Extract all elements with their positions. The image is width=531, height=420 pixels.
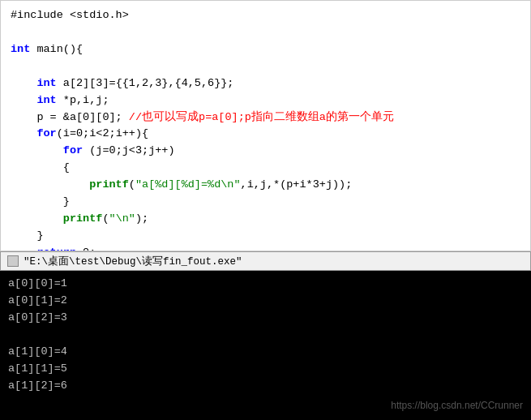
code-line-decl-a: int a[2][3]={{1,2,3},{4,5,6}}; <box>11 75 520 92</box>
code-editor: #include <stdio.h> int main(){ int a[2][… <box>0 0 531 251</box>
code-line-printf2: printf("\n"); <box>11 211 520 228</box>
console-line-6: a[1][2]=6 <box>8 378 523 395</box>
console-line-1: a[0][0]=1 <box>8 276 523 293</box>
console-line-4: a[1][0]=4 <box>8 344 523 361</box>
console-title-text: "E:\桌面\test\Debug\读写fin_fout.exe" <box>24 255 242 268</box>
code-line-for2: for (j=0;j<3;j++) <box>11 143 520 160</box>
console-output: a[0][0]=1 a[0][1]=2 a[0][2]=3 a[1][0]=4 … <box>0 271 531 420</box>
code-line-brace1: { <box>11 160 520 177</box>
code-line-blank2 <box>11 58 520 75</box>
console-line-blank <box>8 327 523 344</box>
code-line-decl-pi: int *p,i,j; <box>11 92 520 109</box>
code-line-main: int main(){ <box>11 41 520 58</box>
code-line-brace2: } <box>11 194 520 211</box>
console-line-5: a[1][1]=5 <box>8 361 523 378</box>
code-line-for1: for(i=0;i<2;i++){ <box>11 126 520 143</box>
code-line-include: #include <stdio.h> <box>11 7 520 24</box>
code-line-blank1 <box>11 24 520 41</box>
console-line-2: a[0][1]=2 <box>8 293 523 310</box>
console-title-bar: "E:\桌面\test\Debug\读写fin_fout.exe" <box>0 251 531 271</box>
code-line-return: return 0; <box>11 245 520 251</box>
watermark: https://blog.csdn.net/CCrunner <box>391 398 523 414</box>
console-icon <box>7 255 19 267</box>
code-line-printf1: printf("a[%d][%d]=%d\n",i,j,*(p+i*3+j)); <box>11 177 520 194</box>
console-line-3: a[0][2]=3 <box>8 310 523 327</box>
code-line-brace3: } <box>11 228 520 245</box>
code-line-decl-p: p = &a[0][0]; //也可以写成p=a[0];p指向二维数组a的第一个… <box>11 109 520 126</box>
